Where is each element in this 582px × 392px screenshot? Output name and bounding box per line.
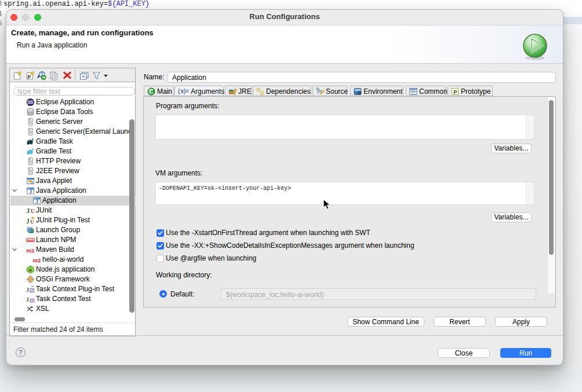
svg-text:J: J <box>26 287 29 293</box>
svg-text:U: U <box>31 208 35 214</box>
svg-text:(: ( <box>178 88 180 94</box>
svg-text:m2: m2 <box>27 247 35 254</box>
svg-text:m2: m2 <box>33 257 41 263</box>
svg-text:C: C <box>149 89 153 95</box>
svg-text:J: J <box>30 189 32 195</box>
svg-text:J: J <box>26 206 30 215</box>
svg-text:U: U <box>30 219 34 225</box>
svg-text:P: P <box>454 89 457 95</box>
svg-text:n: n <box>29 268 32 273</box>
svg-text:npm: npm <box>27 239 34 242</box>
svg-text:)=: )= <box>184 88 189 94</box>
svg-text:P: P <box>28 74 31 80</box>
svg-text:J: J <box>36 199 39 204</box>
svg-text:J: J <box>26 217 30 225</box>
svg-text:J: J <box>26 296 29 303</box>
